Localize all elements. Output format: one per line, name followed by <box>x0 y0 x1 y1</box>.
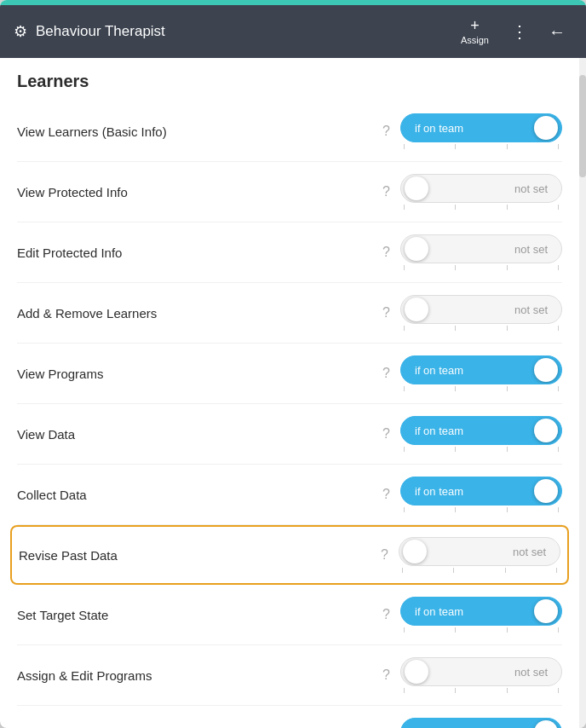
tick <box>507 205 508 210</box>
tick <box>558 205 559 210</box>
toggle-view-protected[interactable]: not set <box>400 174 562 203</box>
permission-row-assign-edit: Assign & Edit Programs?not set <box>17 645 562 706</box>
tick-marks-add-remove <box>400 326 562 331</box>
tick <box>404 386 405 391</box>
tick-marks-assign-edit <box>400 688 562 693</box>
tick <box>507 326 508 331</box>
tick <box>558 144 559 149</box>
tick-marks-view-programs <box>400 386 562 391</box>
tick <box>507 144 508 149</box>
toggle-knob-add-remove <box>405 298 428 321</box>
toggle-view-team[interactable]: if on team <box>400 718 562 728</box>
toggle-text-add-remove: not set <box>514 303 548 316</box>
help-icon-view-programs[interactable]: ? <box>382 366 390 381</box>
tick <box>404 447 405 452</box>
help-icon-edit-protected[interactable]: ? <box>382 245 390 260</box>
help-icon-view-protected[interactable]: ? <box>382 184 390 199</box>
permission-row-set-target: Set Target State?if on team <box>17 585 562 645</box>
tick <box>404 144 405 149</box>
back-icon[interactable]: ← <box>542 19 572 45</box>
help-icon-revise-past[interactable]: ? <box>381 547 388 563</box>
help-icon-assign-edit[interactable]: ? <box>382 667 390 683</box>
content-area: Learners View Learners (Basic Info)?if o… <box>0 58 586 728</box>
tick <box>556 568 557 573</box>
toggle-knob-assign-edit <box>405 660 428 684</box>
scrollbar-thumb <box>579 75 586 177</box>
tick <box>507 386 508 391</box>
toggle-revise-past[interactable]: not set <box>399 537 560 566</box>
toggle-view-programs[interactable]: if on team <box>400 355 562 384</box>
permission-row-collect-data: Collect Data?if on team <box>17 465 562 525</box>
tick <box>507 447 508 452</box>
help-icon-view-data[interactable]: ? <box>382 426 390 442</box>
toggle-add-remove[interactable]: not set <box>400 295 562 324</box>
toggle-text-collect-data: if on team <box>415 485 463 498</box>
perm-label-view-learners: View Learners (Basic Info) <box>17 124 372 139</box>
perm-label-set-target: Set Target State <box>17 608 372 622</box>
help-icon-view-learners[interactable]: ? <box>382 124 390 139</box>
tick-marks-view-protected <box>400 205 562 210</box>
tick-marks-view-learners <box>400 144 562 149</box>
plus-icon: + <box>470 18 480 33</box>
permission-row-edit-protected: Edit Protected Info?not set <box>17 222 562 283</box>
toggle-text-revise-past: not set <box>513 546 546 558</box>
perm-label-view-programs: View Programs <box>17 367 372 381</box>
tick <box>455 265 456 270</box>
tick <box>455 447 456 452</box>
tick <box>404 507 405 512</box>
perm-label-revise-past: Revise Past Data <box>19 548 371 563</box>
header-actions: + Assign ⋮ ← <box>452 13 572 50</box>
tick <box>404 265 405 270</box>
toggle-text-view-protected: not set <box>514 182 548 195</box>
toggle-knob-view-data <box>534 419 558 442</box>
permission-row-view-data: View Data?if on team <box>17 404 562 465</box>
tick <box>404 326 405 331</box>
permission-row-view-programs: View Programs?if on team <box>17 344 562 404</box>
permission-row-view-learners: View Learners (Basic Info)?if on team <box>17 101 562 162</box>
tick <box>507 627 508 633</box>
tick <box>455 326 456 331</box>
tick-marks-collect-data <box>400 507 562 512</box>
header-left: ⚙ Behaviour Therapist <box>14 22 452 41</box>
toggle-knob-revise-past <box>403 540 427 563</box>
toggle-knob-collect-data <box>534 479 558 503</box>
scroll-area[interactable]: Learners View Learners (Basic Info)?if o… <box>0 58 579 728</box>
permission-row-view-team: View Team?if on team <box>17 706 562 728</box>
toggle-text-view-data: if on team <box>415 425 463 437</box>
toggle-knob-view-protected <box>405 176 428 200</box>
permission-row-view-protected: View Protected Info?not set <box>17 162 562 222</box>
tick <box>507 265 508 270</box>
toggle-view-learners[interactable]: if on team <box>400 113 562 142</box>
toggle-text-view-programs: if on team <box>415 364 463 377</box>
assign-button[interactable]: + Assign <box>452 13 497 50</box>
tick <box>402 568 403 573</box>
scrollbar-track[interactable] <box>579 58 586 728</box>
help-icon-set-target[interactable]: ? <box>382 607 390 622</box>
permission-row-add-remove: Add & Remove Learners?not set <box>17 283 562 344</box>
toggle-knob-view-learners <box>534 116 558 140</box>
perm-label-view-protected: View Protected Info <box>17 185 372 199</box>
header-title: Behaviour Therapist <box>36 23 165 40</box>
header: ⚙ Behaviour Therapist + Assign ⋮ ← <box>0 5 586 58</box>
toggle-text-edit-protected: not set <box>514 243 548 256</box>
tick <box>455 688 456 693</box>
toggle-assign-edit[interactable]: not set <box>400 657 562 686</box>
help-icon-add-remove[interactable]: ? <box>382 305 390 321</box>
help-icon-collect-data[interactable]: ? <box>382 487 390 502</box>
tick <box>558 326 559 331</box>
tick <box>404 688 405 693</box>
perm-label-collect-data: Collect Data <box>17 488 372 502</box>
perm-label-assign-edit: Assign & Edit Programs <box>17 668 372 683</box>
more-icon[interactable]: ⋮ <box>504 18 535 45</box>
tick <box>455 507 456 512</box>
toggle-edit-protected[interactable]: not set <box>400 234 562 263</box>
toggle-knob-set-target <box>534 599 558 623</box>
perm-label-view-data: View Data <box>17 427 372 442</box>
permissions-list: View Learners (Basic Info)?if on teamVie… <box>17 101 562 728</box>
perm-label-add-remove: Add & Remove Learners <box>17 306 372 321</box>
toggle-view-data[interactable]: if on team <box>400 416 562 445</box>
toggle-knob-edit-protected <box>405 237 428 261</box>
toggle-collect-data[interactable]: if on team <box>400 477 562 506</box>
toggle-set-target[interactable]: if on team <box>400 597 562 626</box>
tick-marks-view-data <box>400 447 562 452</box>
